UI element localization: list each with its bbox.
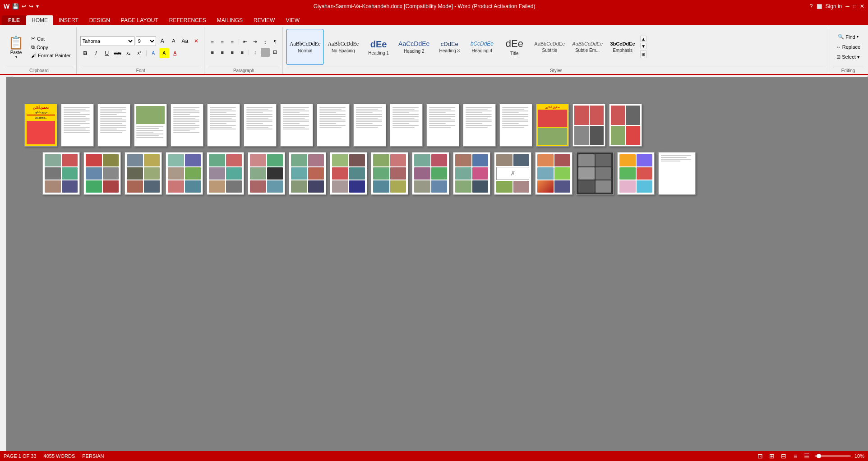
canvas-area[interactable]: تحقیق آنلاین مرجع دانلود 09136665...: [6, 77, 868, 451]
page-thumb-cover[interactable]: تحقیق آنلاین مرجع دانلود 09136665...: [24, 104, 57, 147]
multilevel-button[interactable]: ≡: [228, 37, 237, 46]
page-thumb-16[interactable]: [573, 104, 605, 147]
style-heading2[interactable]: AaCcDdEe Heading 2: [395, 29, 433, 65]
show-marks-button[interactable]: ¶: [271, 37, 280, 46]
style-heading1[interactable]: dEe Heading 1: [363, 29, 394, 65]
tab-design[interactable]: DESIGN: [84, 15, 115, 25]
ribbon-display-button[interactable]: ⬜: [817, 4, 822, 9]
page-thumb-5[interactable]: [171, 104, 203, 147]
copy-button[interactable]: ⧉ Copy: [28, 43, 74, 51]
page-thumb-14[interactable]: [499, 104, 532, 147]
style-subtitle[interactable]: AaBbCcDdEe Subtitle: [531, 29, 568, 65]
page-thumb-17[interactable]: [609, 104, 642, 147]
tab-view[interactable]: VIEW: [280, 15, 305, 25]
bullets-button[interactable]: ≡: [208, 37, 217, 46]
tab-mailings[interactable]: MAILINGS: [212, 15, 248, 25]
decrease-indent-button[interactable]: ⇤: [241, 37, 250, 46]
print-layout-button[interactable]: ⊡: [756, 452, 764, 460]
page-thumb-img-11[interactable]: [453, 152, 490, 195]
page-thumb-img-3[interactable]: [125, 152, 162, 195]
undo-icon[interactable]: ↩: [22, 3, 26, 9]
paste-button[interactable]: 📋 Paste ▾: [5, 27, 28, 67]
bold-button[interactable]: B: [80, 48, 90, 58]
styles-scroll-up[interactable]: ▲: [640, 36, 646, 42]
paste-dropdown-icon[interactable]: ▾: [15, 55, 17, 59]
font-color-button[interactable]: A: [170, 48, 180, 58]
page-thumb-10[interactable]: [353, 104, 386, 147]
align-center-button[interactable]: ≡: [218, 48, 227, 57]
styles-expand[interactable]: ⊞: [640, 50, 646, 58]
underline-button[interactable]: U: [102, 48, 112, 58]
minimize-button[interactable]: ─: [845, 3, 850, 9]
align-right-button[interactable]: ≡: [228, 48, 237, 57]
cut-button[interactable]: ✂ Cut: [28, 35, 74, 42]
restore-button[interactable]: □: [853, 3, 856, 9]
page-thumb-9[interactable]: [317, 104, 350, 147]
tab-home[interactable]: HOME: [26, 15, 53, 25]
style-emphasis[interactable]: 3bCcDdEe Emphasis: [607, 29, 638, 65]
find-button[interactable]: 🔍 Find ▾: [835, 32, 861, 41]
style-nospacing[interactable]: AaBbCcDdEe No Spacing: [324, 29, 362, 65]
text-effects-button[interactable]: A: [148, 48, 158, 58]
style-heading4[interactable]: bCcDdEe Heading 4: [466, 29, 498, 65]
page-thumb-img-13[interactable]: [535, 152, 573, 195]
format-painter-button[interactable]: 🖌 Format Painter: [28, 52, 74, 59]
page-thumb-img-7[interactable]: [289, 152, 326, 195]
page-thumb-6[interactable]: [207, 104, 240, 147]
page-thumb-img-8[interactable]: [330, 152, 367, 195]
style-subtleemphasis[interactable]: AaBbCcDdEe Subtle Em...: [569, 29, 606, 65]
page-thumb-4[interactable]: [134, 104, 167, 147]
close-button[interactable]: ✕: [860, 3, 864, 9]
page-thumb-img-1[interactable]: [42, 152, 80, 195]
increase-indent-button[interactable]: ⇥: [251, 37, 260, 46]
style-title[interactable]: dEe Title: [499, 29, 530, 65]
replace-button[interactable]: ↔ Replace: [833, 43, 863, 51]
line-spacing-button[interactable]: ↕: [251, 48, 260, 57]
draft-button[interactable]: ☰: [803, 452, 811, 460]
page-thumb-img-4[interactable]: [166, 152, 203, 195]
page-thumb-img-10[interactable]: [412, 152, 449, 195]
select-button[interactable]: ⊡ Select ▾: [834, 53, 863, 61]
page-thumb-13[interactable]: [463, 104, 496, 147]
clear-formatting-button[interactable]: ✕: [191, 36, 201, 46]
font-name-select[interactable]: Tahoma: [80, 36, 134, 46]
redo-icon[interactable]: ↪: [29, 3, 33, 9]
align-left-button[interactable]: ≡: [208, 48, 217, 57]
superscript-button[interactable]: x²: [134, 48, 144, 58]
web-layout-button[interactable]: ⊟: [780, 452, 788, 460]
style-heading3[interactable]: cDdEe Heading 3: [434, 29, 465, 65]
justify-button[interactable]: ≡: [238, 48, 247, 57]
save-icon[interactable]: 💾: [12, 3, 19, 9]
page-thumb-3[interactable]: [97, 104, 130, 147]
text-highlight-button[interactable]: A: [159, 48, 169, 58]
shading-button[interactable]: [261, 48, 270, 57]
zoom-slider[interactable]: [815, 455, 851, 457]
subscript-button[interactable]: x₂: [124, 48, 134, 58]
full-reading-button[interactable]: ⊞: [768, 452, 776, 460]
tab-review[interactable]: REVIEW: [248, 15, 280, 25]
page-thumb-15[interactable]: تحقیق آنلاین: [536, 104, 569, 147]
outline-button[interactable]: ≡: [791, 452, 799, 460]
page-thumb-img-5[interactable]: [207, 152, 244, 195]
find-dropdown-icon[interactable]: ▾: [857, 35, 859, 39]
page-thumb-8[interactable]: [280, 104, 313, 147]
style-normal[interactable]: AaBbCcDdEe Normal: [286, 29, 324, 65]
sort-button[interactable]: ↕: [261, 37, 270, 46]
page-thumb-img-2[interactable]: [83, 152, 121, 195]
page-thumb-img-16[interactable]: [658, 152, 696, 195]
page-thumb-img-12[interactable]: ✗: [494, 152, 531, 195]
tab-pagelayout[interactable]: PAGE LAYOUT: [115, 15, 164, 25]
borders-button[interactable]: ⊞: [271, 48, 280, 57]
page-thumb-img-6[interactable]: [248, 152, 285, 195]
page-thumb-img-9[interactable]: [371, 152, 408, 195]
page-thumb-7[interactable]: [244, 104, 277, 147]
page-thumb-img-15[interactable]: [617, 152, 655, 195]
help-button[interactable]: ?: [810, 3, 813, 9]
numbering-button[interactable]: ≡: [218, 37, 227, 46]
page-thumb-img-14[interactable]: [576, 152, 614, 195]
sign-in-link[interactable]: Sign in: [826, 3, 842, 9]
page-thumb-12[interactable]: [426, 104, 459, 147]
tab-insert[interactable]: INSERT: [53, 15, 84, 25]
font-size-select[interactable]: 9: [136, 36, 156, 46]
strikethrough-button[interactable]: abc: [113, 48, 123, 58]
